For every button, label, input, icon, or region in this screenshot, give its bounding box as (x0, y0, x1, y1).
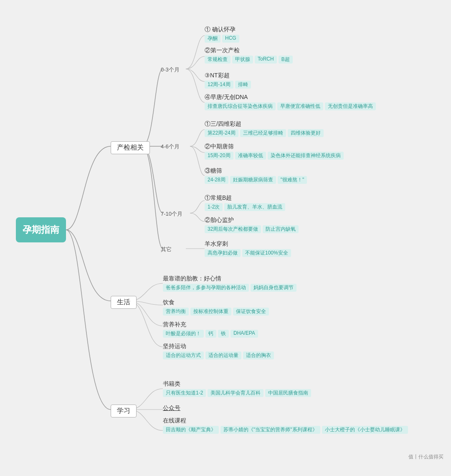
leaf-title-diet: 饮食 (163, 299, 269, 306)
leaf-taijiao: 最靠谱的胎教：好心情 爸爸多陪伴，多参与孕期的各种活动 妈妈自身也要调节 (163, 275, 296, 293)
leaf-title-1: ① 确认怀孕 (205, 26, 239, 33)
tag: 防止宫内缺氧 (263, 225, 299, 233)
leaf-tags-online: 田吉顺的《顺产宝典》 苏蒂小婧的《"当宝宝的营养师"系列课程》 小士大橙子的《小… (163, 426, 408, 434)
tag: DHA/EPA (231, 330, 258, 338)
leaf-nt: ③NT彩超 12周-14周 排畸 (205, 72, 251, 89)
leaf-exercise: 坚持运动 适合的运动方式 适合的运动量 适合的胸衣 (163, 343, 274, 360)
tag: 早唐便宜准确性低 (277, 102, 323, 110)
leaf-title-books: 书籍类 (163, 380, 311, 388)
leaf-tags-2: 常规检查 甲状腺 ToRCH B超 (205, 56, 293, 64)
leaf-early-tang: ④早唐/无创DNA 排查唐氏综合征等染色体疾病 早唐便宜准确性低 无创贵但是准确… (205, 94, 376, 111)
period-7-10: 7-10个月 (161, 210, 182, 218)
leaf-3d4d: ①三/四维彩超 第22周-24周 三维已经足够排畸 四维体验更好 (205, 120, 324, 138)
tag: 1-2次 (205, 203, 223, 211)
leaf-tags-5: 第22周-24周 三维已经足够排畸 四维体验更好 (205, 129, 324, 137)
leaf-title-5: ①三/四维彩超 (205, 120, 324, 128)
period-other: 其它 (161, 246, 172, 253)
tag: 营养均衡 (163, 308, 189, 316)
tag: B超 (279, 56, 293, 64)
leaf-nutrition: 营养补充 叶酸是必须的！ 钙 铁 DHA/EPA (163, 321, 258, 339)
tag: 不能保证100%安全 (242, 249, 291, 257)
leaf-tags-4: 排查唐氏综合征等染色体疾病 早唐便宜准确性低 无创贵但是准确率高 (205, 102, 376, 110)
leaf-regular-bchao: ①常规B超 1-2次 胎儿发育、羊水、脐血流 (205, 194, 285, 212)
tag: 田吉顺的《顺产宝典》 (163, 426, 219, 434)
leaf-title-4: ④早唐/无创DNA (205, 94, 376, 101)
watermark: 值丨什么值得买 (408, 453, 443, 461)
leaf-title-wechat: 公众号 (163, 405, 180, 412)
leaf-tags-7: 24-28周 妊娠期糖尿病筛查 "很难熬！" (205, 176, 307, 184)
tag: 染色体外还能排查神经系统疾病 (268, 152, 344, 160)
tag: ToRCH (255, 56, 277, 64)
leaf-tags-1: 孕酮 HCG (205, 35, 239, 43)
tag: HCG (222, 35, 239, 43)
tag: 妊娠期糖尿病筛查 (230, 176, 276, 184)
tag: 32周后每次产检都要做 (205, 225, 261, 233)
leaf-title-9: ②胎心监护 (205, 216, 299, 224)
tag: 中国居民膳食指南 (265, 389, 311, 397)
period-0-3: 0-3个月 (161, 66, 180, 74)
leaf-tags-10: 高危孕妇必做 不能保证100%安全 (205, 249, 291, 257)
period-4-6: 4-6个月 (161, 143, 180, 150)
branch-shenghuo: 生活 (111, 296, 137, 309)
leaf-title-online: 在线课程 (163, 417, 408, 425)
tag: 孕酮 (205, 35, 220, 43)
leaf-tang-shai: ③糖筛 24-28周 妊娠期糖尿病筛查 "很难熬！" (205, 167, 307, 185)
tag: 三维已经足够排畸 (240, 129, 286, 137)
branch-label-xuexi: 学习 (111, 405, 137, 417)
leaf-tags-3: 12周-14周 排畸 (205, 81, 251, 89)
tag: 甲状腺 (232, 56, 253, 64)
leaf-tags-diet: 营养均衡 按标准控制体重 保证饮食安全 (163, 308, 269, 316)
mind-map: 孕期指南 产检相关 0-3个月 ① 确认怀孕 孕酮 HCG ②第一次产检 (0, 8, 451, 468)
tag: 妈妈自身也要调节 (251, 284, 296, 292)
tag: 苏蒂小婧的《"当宝宝的营养师"系列课程》 (220, 426, 320, 434)
root-node: 孕期指南 (16, 217, 66, 242)
leaf-title-exercise: 坚持运动 (163, 343, 274, 350)
branch-label-jiancha: 产检相关 (111, 141, 150, 154)
leaf-title-10: 羊水穿刺 (205, 240, 291, 248)
tag: 高危孕妇必做 (205, 249, 241, 257)
leaf-tags-8: 1-2次 胎儿发育、羊水、脐血流 (205, 203, 285, 211)
watermark-text: 值丨什么值得买 (408, 453, 443, 461)
branch-label-shenghuo: 生活 (111, 296, 137, 309)
tag: 保证饮食安全 (233, 308, 269, 316)
leaf-fetal-heart: ②胎心监护 32周后每次产检都要做 防止宫内缺氧 (205, 216, 299, 234)
leaf-tags-taijiao: 爸爸多陪伴，多参与孕期的各种活动 妈妈自身也要调节 (163, 284, 296, 292)
tag: 第22周-24周 (205, 129, 238, 137)
leaf-tags-books: 只有医生知道1-2 美国儿科学会育儿百科 中国居民膳食指南 (163, 389, 311, 397)
page: 孕期指南 产检相关 0-3个月 ① 确认怀孕 孕酮 HCG ②第一次产检 (0, 0, 451, 476)
leaf-title-taijiao: 最靠谱的胎教：好心情 (163, 275, 296, 283)
tag: 叶酸是必须的！ (163, 330, 204, 338)
leaf-mid-tang: ②中期唐筛 15周-20周 准确率较低 染色体外还能排查神经系统疾病 (205, 143, 344, 160)
tag: 12周-14周 (205, 81, 233, 89)
leaf-online-course: 在线课程 田吉顺的《顺产宝典》 苏蒂小婧的《"当宝宝的营养师"系列课程》 小士大… (163, 417, 408, 435)
leaf-books: 书籍类 只有医生知道1-2 美国儿科学会育儿百科 中国居民膳食指南 (163, 380, 311, 398)
tag: "很难熬！" (278, 176, 307, 184)
tag: 铁 (218, 330, 229, 338)
leaf-title-8: ①常规B超 (205, 194, 285, 202)
tag: 24-28周 (205, 176, 228, 184)
tag: 爸爸多陪伴，多参与孕期的各种活动 (163, 284, 249, 292)
tag: 适合的运动方式 (163, 351, 204, 359)
leaf-diet: 饮食 营养均衡 按标准控制体重 保证饮食安全 (163, 299, 269, 316)
leaf-title-2: ②第一次产检 (205, 47, 293, 54)
tag: 15周-20周 (205, 152, 233, 160)
tag: 适合的胸衣 (243, 351, 274, 359)
leaf-title-6: ②中期唐筛 (205, 143, 344, 150)
branch-xuexi: 学习 (111, 405, 137, 417)
branch-jiancha: 产检相关 (111, 141, 150, 154)
tag: 无创贵但是准确率高 (325, 102, 376, 110)
leaf-tags-nutrition: 叶酸是必须的！ 钙 铁 DHA/EPA (163, 330, 258, 338)
tag: 常规检查 (205, 56, 231, 64)
leaf-amnio: 羊水穿刺 高危孕妇必做 不能保证100%安全 (205, 240, 291, 258)
tag: 小士大橙子的《小士婴幼儿睡眠课》 (322, 426, 408, 434)
leaf-first-check: ②第一次产检 常规检查 甲状腺 ToRCH B超 (205, 47, 293, 64)
tag: 钙 (205, 330, 216, 338)
leaf-title-nutrition: 营养补充 (163, 321, 258, 328)
leaf-tags-9: 32周后每次产检都要做 防止宫内缺氧 (205, 225, 299, 233)
root-label: 孕期指南 (23, 224, 59, 236)
tag: 胎儿发育、羊水、脐血流 (224, 203, 285, 211)
tag: 适合的运动量 (205, 351, 241, 359)
leaf-confirm-pregnant: ① 确认怀孕 孕酮 HCG (205, 26, 239, 43)
leaf-tags-exercise: 适合的运动方式 适合的运动量 适合的胸衣 (163, 351, 274, 359)
tag: 只有医生知道1-2 (163, 389, 206, 397)
